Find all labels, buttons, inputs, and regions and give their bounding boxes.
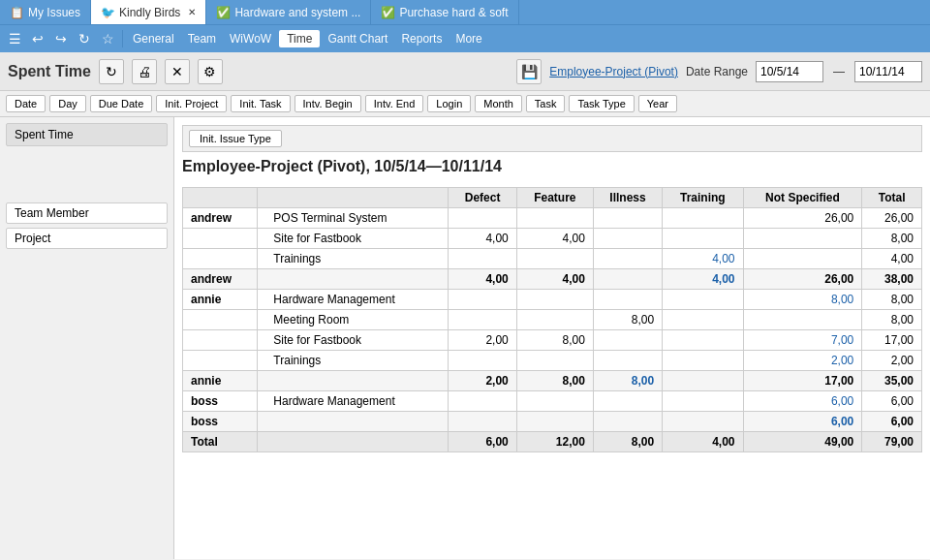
cell-not-specified: 26,00 <box>743 269 862 290</box>
refresh-icon-button[interactable]: ↻ <box>99 59 124 84</box>
filter-init-task[interactable]: Init. Task <box>231 95 290 112</box>
cell-training <box>663 391 743 412</box>
save-icon-button[interactable]: 💾 <box>516 59 542 84</box>
cell-feature <box>516 249 593 269</box>
tab-hardware-system[interactable]: ✅ Hardware and system ... <box>206 0 371 24</box>
date-from-input[interactable] <box>756 61 823 82</box>
filter-year[interactable]: Year <box>638 95 677 112</box>
filter-task-type[interactable]: Task Type <box>569 95 634 112</box>
filter-intv-begin[interactable]: Intv. Begin <box>294 95 361 112</box>
sidebar: Spent Time Team Member Project <box>0 117 174 559</box>
table-row: Site for Fastbook 2,00 8,00 7,00 17,00 <box>183 330 922 351</box>
filter-month[interactable]: Month <box>475 95 522 112</box>
filter-login[interactable]: Login <box>427 95 471 112</box>
cell-total-label: Total <box>183 432 258 452</box>
back-button[interactable]: ↩ <box>27 28 48 49</box>
filter-intv-end[interactable]: Intv. End <box>365 95 424 112</box>
tab-kindly-birds[interactable]: 🐦 Kindly Birds ✕ <box>91 0 206 24</box>
cell-feature <box>516 290 593 310</box>
cell-feature: 4,00 <box>516 229 593 249</box>
toolbar-more[interactable]: More <box>450 32 487 46</box>
cell-employee: andrew <box>183 208 258 229</box>
cell-feature: 8,00 <box>516 371 593 391</box>
sidebar-spent-time[interactable]: Spent Time <box>6 123 168 146</box>
group-init-issue-type[interactable]: Init. Issue Type <box>189 130 282 147</box>
menu-button[interactable]: ☰ <box>4 28 25 49</box>
cell-not-specified: 8,00 <box>743 290 862 310</box>
cell-employee <box>183 310 258 330</box>
filter-due-date[interactable]: Due Date <box>90 95 152 112</box>
toolbar-reports[interactable]: Reports <box>395 32 448 46</box>
group-header: Init. Issue Type <box>182 125 922 152</box>
cell-project <box>258 269 449 290</box>
column-filter-bar: Date Day Due Date Init. Project Init. Ta… <box>0 91 930 117</box>
cell-total: 4,00 <box>862 249 922 269</box>
cell-defect <box>449 249 516 269</box>
filter-day[interactable]: Day <box>49 95 86 112</box>
toolbar-wiwow[interactable]: WiWoW <box>224 32 277 46</box>
cell-total: 6,00 <box>862 391 922 412</box>
settings-icon-button[interactable]: ⚙ <box>198 59 223 84</box>
filter-date[interactable]: Date <box>6 95 46 112</box>
toolbar-general[interactable]: General <box>127 32 180 46</box>
tab-my-issues-icon: 📋 <box>10 6 24 19</box>
date-to-input[interactable] <box>854 61 922 82</box>
cell-defect: 4,00 <box>449 229 516 249</box>
header-section: Spent Time ↻ 🖨 ✕ ⚙ 💾 Employee-Project (P… <box>0 52 930 91</box>
print-icon-button[interactable]: 🖨 <box>132 59 157 84</box>
cell-defect <box>449 310 516 330</box>
cell-not-specified: 26,00 <box>743 208 862 229</box>
cell-defect: 6,00 <box>449 432 516 452</box>
cell-project: Trainings <box>258 351 449 371</box>
cell-total: 8,00 <box>862 310 922 330</box>
cell-employee: boss <box>183 412 258 432</box>
cell-employee <box>183 229 258 249</box>
cell-total: 8,00 <box>862 290 922 310</box>
cell-total: 79,00 <box>862 432 922 452</box>
cell-project <box>258 371 449 391</box>
cell-training <box>663 229 743 249</box>
cell-illness <box>593 412 662 432</box>
date-range-label: Date Range <box>686 65 748 78</box>
cell-employee <box>183 249 258 269</box>
cell-total: 17,00 <box>862 330 922 351</box>
cell-defect <box>449 208 516 229</box>
filter-task[interactable]: Task <box>526 95 566 112</box>
table-row-subtotal: boss 6,00 6,00 <box>183 412 922 432</box>
sidebar-project[interactable]: Project <box>6 228 168 249</box>
cell-project: Meeting Room <box>258 310 449 330</box>
cell-defect <box>449 290 516 310</box>
cell-project: Site for Fastbook <box>258 330 449 351</box>
forward-button[interactable]: ↪ <box>50 28 72 49</box>
cell-not-specified <box>743 229 862 249</box>
cell-defect: 2,00 <box>449 330 516 351</box>
star-button[interactable]: ☆ <box>97 28 118 49</box>
cell-illness <box>593 249 662 269</box>
toolbar-time[interactable]: Time <box>279 30 320 47</box>
col-training: Training <box>663 188 743 208</box>
cell-project <box>258 432 449 452</box>
cell-total: 35,00 <box>862 371 922 391</box>
tab-close-icon[interactable]: ✕ <box>188 7 196 17</box>
toolbar-gantt[interactable]: Gantt Chart <box>322 32 393 46</box>
sidebar-team-member[interactable]: Team Member <box>6 202 168 224</box>
pivot-link[interactable]: Employee-Project (Pivot) <box>549 65 678 78</box>
cell-feature <box>516 412 593 432</box>
toolbar-separator-1 <box>122 30 123 47</box>
export-icon-button[interactable]: ✕ <box>165 59 190 84</box>
cell-project: Site for Fastbook <box>258 229 449 249</box>
cell-defect <box>449 412 516 432</box>
toolbar-team[interactable]: Team <box>182 32 222 46</box>
cell-illness: 8,00 <box>593 371 662 391</box>
tab-hardware-label: Hardware and system ... <box>234 6 360 19</box>
cell-total: 6,00 <box>862 412 922 432</box>
refresh-button[interactable]: ↻ <box>74 28 95 49</box>
filter-init-project[interactable]: Init. Project <box>156 95 227 112</box>
page-title: Spent Time <box>8 63 91 80</box>
cell-not-specified: 6,00 <box>743 391 862 412</box>
cell-total: 26,00 <box>862 208 922 229</box>
cell-feature: 8,00 <box>516 330 593 351</box>
tab-purchase[interactable]: ✅ Purchase hard & soft <box>371 0 518 24</box>
cell-project <box>258 412 449 432</box>
tab-my-issues[interactable]: 📋 My Issues <box>0 0 91 24</box>
